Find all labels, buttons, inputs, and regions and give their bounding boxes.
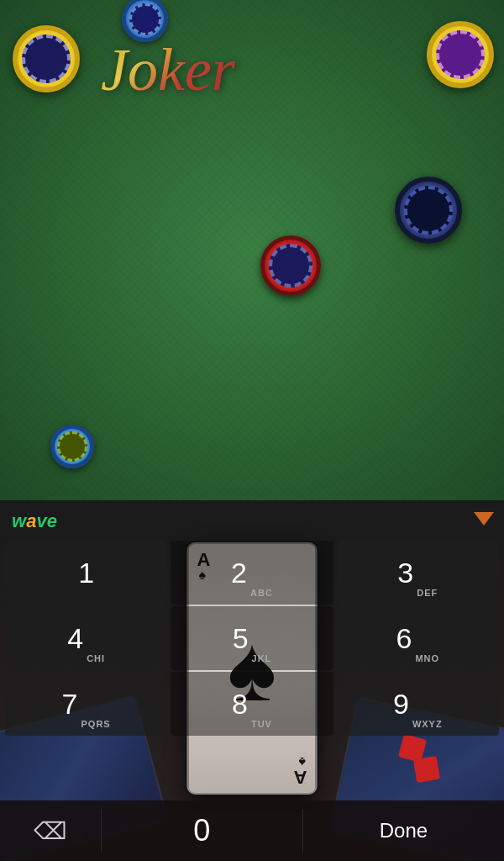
chip-red-center [260, 235, 321, 296]
key-1-number: 1 [78, 558, 94, 587]
key-4[interactable]: 4 CHI [5, 606, 167, 670]
key-8[interactable]: 8 TUV [171, 672, 333, 736]
key-8-number: 8 [232, 689, 248, 718]
key-6-letters: MNO [415, 653, 439, 670]
key-2[interactable]: 2 ABC [171, 541, 333, 605]
key-grid: 1 2 ABC 3 DEF 4 CHI 5 JKL 6 MNO [0, 541, 504, 737]
key-3-number: 3 [397, 558, 413, 587]
key-8-letters: TUV [251, 719, 272, 736]
key-1[interactable]: 1 [5, 541, 167, 605]
key-3[interactable]: 3 DEF [337, 541, 499, 605]
done-button[interactable]: Done [303, 800, 504, 861]
chip-small-blue-left [50, 425, 94, 468]
key-3-letters: DEF [417, 588, 438, 605]
key-5-number: 5 [233, 624, 249, 652]
keyboard-area: wave A ♠ ♠ A ♠ 1 2 ABC 3 DEF [0, 500, 504, 861]
backspace-button[interactable]: ⌫ [0, 800, 101, 861]
logo-letter-e: e [47, 510, 57, 531]
chip-navy-right [395, 177, 462, 244]
logo-letter-w: w [12, 510, 26, 531]
dice-2 [413, 756, 440, 783]
key-0[interactable]: 0 [102, 800, 302, 861]
card-suit-bottom: ♠ [298, 754, 306, 769]
key-row-3: 7 PQRS 8 TUV 9 WXYZ [3, 672, 501, 736]
key-2-letters: ABC [250, 588, 273, 605]
chip-yellow-right [427, 21, 494, 88]
logo-letter-v: v [36, 510, 46, 531]
game-title: Joker [101, 35, 235, 105]
key-4-letters: CHI [87, 653, 105, 670]
wave-logo: wave [12, 510, 57, 532]
key-5[interactable]: 5 JKL [171, 606, 333, 670]
key-2-number: 2 [231, 558, 247, 587]
key-7[interactable]: 7 PQRS [5, 672, 167, 736]
key-4-number: 4 [67, 624, 83, 652]
backspace-icon: ⌫ [34, 817, 67, 845]
key-6[interactable]: 6 MNO [337, 606, 499, 670]
key-9-number: 9 [393, 689, 409, 718]
key-6-number: 6 [396, 624, 412, 652]
chip-yellow-left [13, 25, 80, 92]
dropdown-arrow-icon[interactable] [474, 512, 494, 526]
game-table: Joker [0, 0, 504, 500]
key-7-letters: PQRS [81, 719, 111, 736]
key-5-letters: JKL [252, 653, 272, 670]
done-label: Done [380, 819, 428, 843]
logo-letter-a: a [26, 510, 36, 531]
key-row-2: 4 CHI 5 JKL 6 MNO [3, 606, 501, 670]
key-row-1: 1 2 ABC 3 DEF [3, 541, 501, 605]
bottom-row: ⌫ 0 Done [0, 800, 504, 861]
key-9-letters: WXYZ [412, 719, 443, 736]
card-rank-bottom: A [294, 768, 307, 786]
key-7-number: 7 [62, 689, 78, 718]
key-9[interactable]: 9 WXYZ [337, 672, 499, 736]
key-0-number: 0 [193, 813, 210, 848]
